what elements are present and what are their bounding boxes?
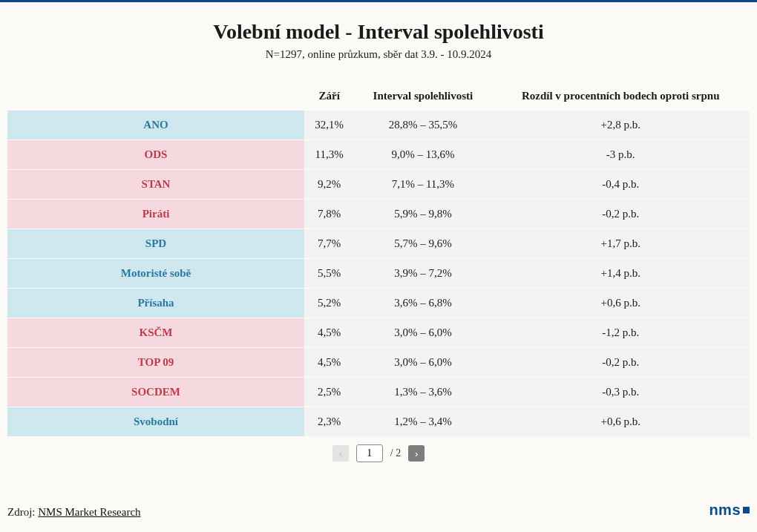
table-body: ANO32,1%28,8% – 35,5%+2,8 p.b.ODS11,3%9,…	[7, 111, 750, 436]
nms-logo: nms	[709, 502, 750, 519]
source-link[interactable]: NMS Market Research	[38, 506, 140, 518]
header-september: Září	[304, 82, 354, 110]
source: Zdroj: NMS Market Research	[7, 506, 141, 519]
table-row: STAN9,2%7,1% – 11,3%-0,4 p.b.	[7, 170, 750, 199]
diff-cell: -0,2 p.b.	[491, 200, 750, 229]
logo-text: nms	[709, 502, 741, 519]
poll-table: Září Interval spolehlivosti Rozdíl v pro…	[7, 82, 750, 437]
party-cell: Svobodní	[7, 407, 304, 436]
table-row: ODS11,3%9,0% – 13,6%-3 p.b.	[7, 140, 750, 169]
september-cell: 5,2%	[304, 289, 354, 318]
interval-cell: 7,1% – 11,3%	[354, 170, 491, 199]
september-cell: 2,5%	[304, 378, 354, 407]
diff-cell: -0,4 p.b.	[491, 170, 750, 199]
interval-cell: 28,8% – 35,5%	[354, 111, 491, 139]
party-cell: STAN	[7, 170, 304, 199]
party-cell: ANO	[7, 111, 304, 139]
september-cell: 7,8%	[304, 200, 354, 229]
diff-cell: -3 p.b.	[491, 140, 750, 169]
logo-square-icon	[743, 507, 750, 513]
next-page-button[interactable]: ›	[408, 445, 425, 462]
party-cell: Přísaha	[7, 289, 304, 318]
table-header-row: Září Interval spolehlivosti Rozdíl v pro…	[7, 82, 750, 110]
party-cell: Motoristé sobě	[7, 259, 304, 288]
interval-cell: 3,0% – 6,0%	[354, 348, 491, 377]
diff-cell: +0,6 p.b.	[491, 407, 750, 436]
main-container: Volební model - Interval spolehlivosti N…	[0, 2, 757, 470]
diff-cell: -1,2 p.b.	[491, 318, 750, 347]
september-cell: 9,2%	[304, 170, 354, 199]
diff-cell: +1,4 p.b.	[491, 259, 750, 288]
table-row: SPD7,7%5,7% – 9,6%+1,7 p.b.	[7, 229, 750, 258]
table-row: Piráti7,8%5,9% – 9,8%-0,2 p.b.	[7, 200, 750, 229]
party-cell: SOCDEM	[7, 378, 304, 407]
interval-cell: 5,7% – 9,6%	[354, 229, 491, 258]
pagination: ‹ / 2 ›	[7, 444, 750, 462]
party-cell: KSČM	[7, 318, 304, 347]
table-row: SOCDEM2,5%1,3% – 3,6%-0,3 p.b.	[7, 378, 750, 407]
september-cell: 5,5%	[304, 259, 354, 288]
september-cell: 4,5%	[304, 348, 354, 377]
interval-cell: 1,2% – 3,4%	[354, 407, 491, 436]
page-number-input[interactable]	[356, 444, 383, 462]
footer: Zdroj: NMS Market Research nms	[7, 502, 750, 519]
header-interval: Interval spolehlivosti	[354, 82, 491, 110]
chart-subtitle: N=1297, online průzkum, sběr dat 3.9. - …	[7, 48, 750, 61]
table-row: Přísaha5,2%3,6% – 6,8%+0,6 p.b.	[7, 289, 750, 318]
diff-cell: +0,6 p.b.	[491, 289, 750, 318]
source-label: Zdroj:	[7, 506, 38, 518]
september-cell: 4,5%	[304, 318, 354, 347]
party-cell: SPD	[7, 229, 304, 258]
table-row: Svobodní2,3%1,2% – 3,4%+0,6 p.b.	[7, 407, 750, 436]
party-cell: ODS	[7, 140, 304, 169]
party-cell: Piráti	[7, 200, 304, 229]
interval-cell: 3,9% – 7,2%	[354, 259, 491, 288]
interval-cell: 3,0% – 6,0%	[354, 318, 491, 347]
party-cell: TOP 09	[7, 348, 304, 377]
diff-cell: +2,8 p.b.	[491, 111, 750, 139]
chart-title: Volební model - Interval spolehlivosti	[7, 20, 750, 44]
table-row: KSČM4,5%3,0% – 6,0%-1,2 p.b.	[7, 318, 750, 347]
table-row: ANO32,1%28,8% – 35,5%+2,8 p.b.	[7, 111, 750, 139]
interval-cell: 5,9% – 9,8%	[354, 200, 491, 229]
september-cell: 7,7%	[304, 229, 354, 258]
header-party	[7, 82, 304, 110]
diff-cell: -0,3 p.b.	[491, 378, 750, 407]
interval-cell: 9,0% – 13,6%	[354, 140, 491, 169]
diff-cell: +1,7 p.b.	[491, 229, 750, 258]
header-diff: Rozdíl v procentních bodech oproti srpnu	[491, 82, 750, 110]
september-cell: 2,3%	[304, 407, 354, 436]
september-cell: 11,3%	[304, 140, 354, 169]
interval-cell: 3,6% – 6,8%	[354, 289, 491, 318]
interval-cell: 1,3% – 3,6%	[354, 378, 491, 407]
september-cell: 32,1%	[304, 111, 354, 139]
page-total-label: / 2	[390, 447, 401, 459]
prev-page-button[interactable]: ‹	[332, 445, 349, 462]
table-row: TOP 094,5%3,0% – 6,0%-0,2 p.b.	[7, 348, 750, 377]
diff-cell: -0,2 p.b.	[491, 348, 750, 377]
table-row: Motoristé sobě5,5%3,9% – 7,2%+1,4 p.b.	[7, 259, 750, 288]
